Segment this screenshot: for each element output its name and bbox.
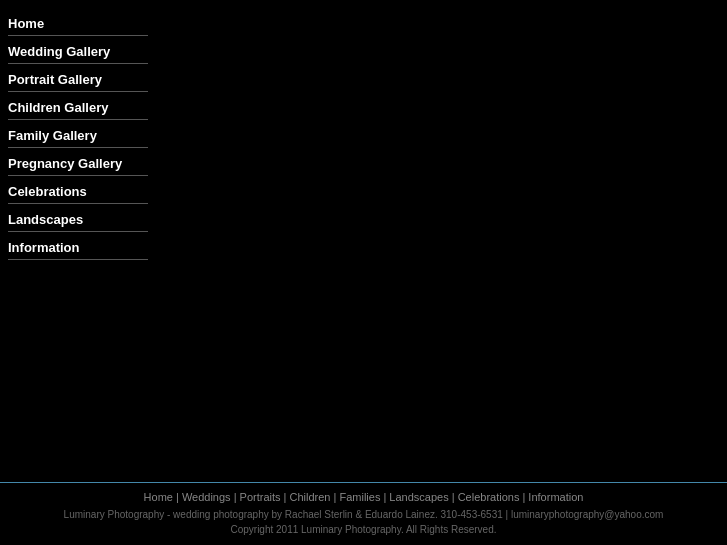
footer-nav: Home | Weddings | Portraits | Children |…: [0, 491, 727, 503]
sidebar-item-portrait-gallery[interactable]: Portrait Gallery: [8, 66, 148, 92]
footer: Home | Weddings | Portraits | Children |…: [0, 482, 727, 545]
sidebar-item-information[interactable]: Information: [8, 234, 148, 260]
footer-copyright-line2: Copyright 2011 Luminary Photography. All…: [0, 522, 727, 537]
footer-info: Luminary Photography - wedding photograp…: [0, 507, 727, 537]
content-area: [155, 0, 727, 482]
sidebar: HomeWedding GalleryPortrait GalleryChild…: [0, 0, 155, 482]
sidebar-item-celebrations[interactable]: Celebrations: [8, 178, 148, 204]
sidebar-item-children-gallery[interactable]: Children Gallery: [8, 94, 148, 120]
page-wrapper: HomeWedding GalleryPortrait GalleryChild…: [0, 0, 727, 545]
sidebar-item-family-gallery[interactable]: Family Gallery: [8, 122, 148, 148]
sidebar-item-landscapes[interactable]: Landscapes: [8, 206, 148, 232]
footer-nav-links: Home | Weddings | Portraits | Children |…: [144, 491, 584, 503]
sidebar-item-wedding-gallery[interactable]: Wedding Gallery: [8, 38, 148, 64]
sidebar-item-pregnancy-gallery[interactable]: Pregnancy Gallery: [8, 150, 148, 176]
footer-copyright-line1: Luminary Photography - wedding photograp…: [0, 507, 727, 522]
sidebar-item-home[interactable]: Home: [8, 10, 148, 36]
main-content: HomeWedding GalleryPortrait GalleryChild…: [0, 0, 727, 482]
